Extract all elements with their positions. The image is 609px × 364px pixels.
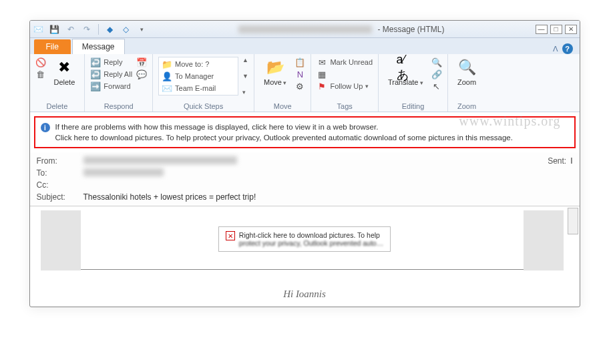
info-bar[interactable]: i If there are problems with how this me… bbox=[34, 116, 576, 148]
moveto-icon: 📁 bbox=[162, 59, 172, 69]
quick-access-toolbar: ✉️ 💾 ↶ ↷ ◆ ◇ ▾ bbox=[33, 23, 148, 35]
to-value-blurred bbox=[83, 168, 164, 176]
blocked-image-text: Right-click here to download pictures. T… bbox=[239, 231, 383, 239]
close-button[interactable]: ✕ bbox=[565, 25, 577, 34]
sent-label: Sent: bbox=[548, 156, 566, 166]
minimize-button[interactable]: — bbox=[536, 25, 548, 34]
zoom-button[interactable]: 🔍 Zoom bbox=[453, 57, 480, 87]
broken-image-icon: ✕ bbox=[226, 231, 235, 240]
titlebar: ✉️ 💾 ↶ ↷ ◆ ◇ ▾ - Message (HTML) — □ ✕ bbox=[30, 21, 580, 38]
window-title: - Message (HTML) bbox=[148, 25, 536, 34]
save-icon[interactable]: 💾 bbox=[49, 23, 61, 35]
group-label-zoom: Zoom bbox=[457, 101, 476, 110]
more-respond-icon[interactable]: 💬 bbox=[136, 69, 147, 79]
group-tags: ✉Mark Unread ▦ ⚑Follow Up Tags bbox=[311, 54, 379, 112]
image-placeholder-right bbox=[524, 210, 564, 270]
qat-dropdown-icon[interactable]: ▾ bbox=[136, 23, 148, 35]
ribbon: 🚫 🗑 ✖ Delete Delete ↩️Reply ↩️Reply All … bbox=[30, 54, 580, 112]
group-delete: 🚫 🗑 ✖ Delete Delete bbox=[30, 54, 85, 112]
select-icon[interactable]: ↖ bbox=[431, 81, 442, 92]
scrollbar[interactable] bbox=[568, 208, 578, 234]
subject-label: Subject: bbox=[37, 192, 83, 202]
info-icon: i bbox=[41, 123, 50, 132]
translate-button[interactable]: a⁄あ Translate bbox=[384, 57, 427, 88]
actions-icon[interactable]: ⚙ bbox=[294, 81, 305, 92]
tomanager-icon: 👤 bbox=[162, 71, 172, 81]
unread-icon: ✉ bbox=[317, 57, 327, 67]
info-line1: If there are problems with how this mess… bbox=[55, 122, 513, 132]
body-greeting: Hi Ioannis bbox=[283, 289, 326, 300]
group-quicksteps: 📁Move to: ? 👤To Manager ✉️Team E-mail ▲ … bbox=[153, 54, 254, 112]
categorize-icon[interactable]: ▦ bbox=[317, 69, 327, 79]
redo-icon[interactable]: ↷ bbox=[81, 23, 93, 35]
delete-icon: ✖ bbox=[55, 58, 73, 77]
qs-down-icon[interactable]: ▼ bbox=[242, 73, 248, 79]
ribbon-tabs: File Message ᐱ ? bbox=[30, 38, 580, 54]
forward-button[interactable]: ➡️Forward bbox=[90, 81, 132, 92]
prev-item-icon[interactable]: ◆ bbox=[104, 23, 116, 35]
group-label-delete: Delete bbox=[47, 101, 68, 110]
rules-icon[interactable]: 📋 bbox=[294, 57, 305, 67]
help-icon[interactable]: ? bbox=[562, 43, 573, 54]
body-separator bbox=[58, 269, 552, 270]
onenote-icon[interactable]: N bbox=[294, 69, 305, 79]
info-text: If there are problems with how this mess… bbox=[55, 122, 513, 143]
minimize-ribbon-icon[interactable]: ᐱ bbox=[553, 45, 558, 53]
message-body: ✕ Right-click here to download pictures.… bbox=[30, 206, 580, 307]
group-respond: ↩️Reply ↩️Reply All ➡️Forward 📅 💬 Respon… bbox=[85, 54, 153, 112]
qat-separator bbox=[98, 24, 99, 35]
delete-button[interactable]: ✖ Delete bbox=[50, 57, 79, 87]
zoom-icon: 🔍 bbox=[457, 58, 476, 77]
message-tab[interactable]: Message bbox=[72, 39, 125, 54]
file-tab[interactable]: File bbox=[34, 39, 71, 54]
quicksteps-gallery[interactable]: 📁Move to: ? 👤To Manager ✉️Team E-mail bbox=[158, 57, 238, 96]
group-label-editing: Editing bbox=[402, 101, 425, 110]
mark-unread-button[interactable]: ✉Mark Unread bbox=[317, 57, 373, 67]
qs-more-icon[interactable]: ▾ bbox=[242, 89, 248, 96]
translate-icon: a⁄あ bbox=[397, 58, 415, 77]
mail-icon: ✉️ bbox=[33, 23, 45, 35]
flag-icon: ⚑ bbox=[317, 81, 327, 92]
subject-value: Thessaloniki hotels + lowest prices = pe… bbox=[83, 192, 573, 202]
blocked-image-text2: protect your privacy, Outlook prevented … bbox=[239, 239, 383, 247]
outlook-message-window: ✉️ 💾 ↶ ↷ ◆ ◇ ▾ - Message (HTML) — □ ✕ Fi… bbox=[29, 20, 580, 307]
move-button[interactable]: 📂 Move bbox=[260, 57, 290, 88]
related-icon[interactable]: 🔗 bbox=[431, 69, 442, 79]
watermark: www.wintips.org bbox=[459, 114, 560, 129]
follow-up-button[interactable]: ⚑Follow Up bbox=[317, 81, 373, 92]
qs-up-icon[interactable]: ▲ bbox=[242, 57, 248, 63]
forward-icon: ➡️ bbox=[90, 81, 101, 92]
title-subject-blurred bbox=[238, 25, 372, 33]
reply-icon: ↩️ bbox=[90, 57, 101, 67]
title-suffix: - Message (HTML) bbox=[377, 25, 444, 34]
maximize-button[interactable]: □ bbox=[550, 25, 562, 34]
from-label: From: bbox=[37, 156, 83, 166]
find-icon[interactable]: 🔍 bbox=[431, 57, 442, 67]
ignore-icon[interactable]: 🚫 bbox=[35, 57, 46, 67]
to-label: To: bbox=[37, 168, 83, 178]
reply-all-button[interactable]: ↩️Reply All bbox=[90, 69, 132, 79]
junk-icon[interactable]: 🗑 bbox=[35, 69, 46, 79]
reply-all-icon: ↩️ bbox=[90, 69, 101, 79]
group-label-tags: Tags bbox=[337, 101, 353, 110]
group-zoom: 🔍 Zoom Zoom bbox=[448, 54, 485, 112]
move-icon: 📂 bbox=[266, 58, 284, 77]
group-move: 📂 Move 📋 N ⚙ Move bbox=[254, 54, 311, 112]
cc-label: Cc: bbox=[37, 180, 83, 190]
meeting-icon[interactable]: 📅 bbox=[136, 57, 147, 67]
group-label-move: Move bbox=[274, 101, 292, 110]
teamemail-icon: ✉️ bbox=[162, 83, 172, 94]
from-value-blurred bbox=[83, 156, 237, 164]
reply-button[interactable]: ↩️Reply bbox=[90, 57, 132, 67]
image-placeholder-left bbox=[41, 210, 81, 270]
group-editing: a⁄あ Translate 🔍 🔗 ↖ Editing bbox=[379, 54, 448, 112]
blocked-image-placeholder[interactable]: ✕ Right-click here to download pictures.… bbox=[218, 226, 391, 252]
info-line2: Click here to download pictures. To help… bbox=[55, 132, 513, 143]
message-headers: From: Sent: I To: Cc: Subject: Thessalon… bbox=[30, 152, 580, 206]
group-label-respond: Respond bbox=[104, 101, 134, 110]
sent-value: I bbox=[570, 156, 572, 166]
window-controls: — □ ✕ bbox=[536, 25, 577, 34]
next-item-icon[interactable]: ◇ bbox=[120, 23, 132, 35]
undo-icon[interactable]: ↶ bbox=[65, 23, 77, 35]
group-label-quicksteps: Quick Steps bbox=[184, 101, 223, 110]
